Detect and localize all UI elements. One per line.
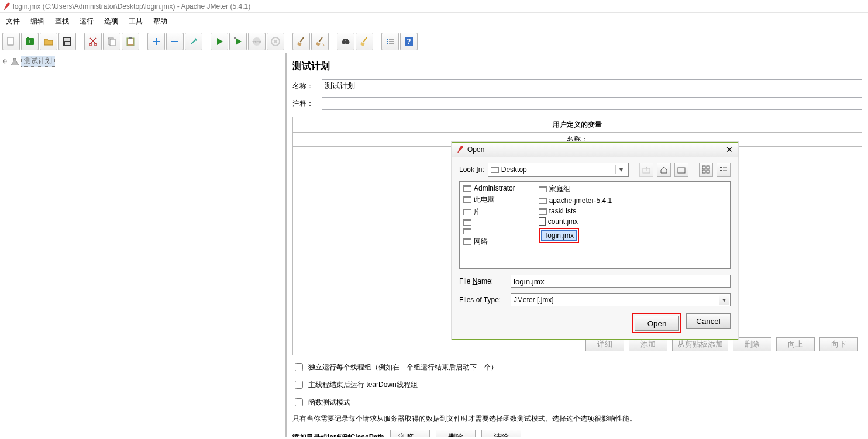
list-item[interactable] xyxy=(463,228,515,234)
folder-icon xyxy=(463,228,471,234)
dialog-open-button[interactable]: Open xyxy=(635,316,679,331)
run-noTimer-button[interactable] xyxy=(229,33,247,50)
binoculars-icon xyxy=(340,36,351,47)
collapse-button[interactable] xyxy=(166,33,184,50)
tree-root-row[interactable]: ⊕ 测试计划 xyxy=(2,56,283,67)
svg-rect-30 xyxy=(720,170,722,171)
lookin-drop-icon[interactable]: ▾ xyxy=(615,165,626,174)
broom2-icon xyxy=(315,36,325,47)
new-file-icon xyxy=(6,36,16,47)
filename-input[interactable] xyxy=(511,275,731,288)
run-button[interactable] xyxy=(211,33,228,50)
functional-hint: 只有当你需要记录每个请求从服务器取得的数据到文件时才需要选择函数测试模式。选择这… xyxy=(292,414,862,424)
file-list[interactable]: Administrator 此电脑 库 网络 家庭组 apache-jmeter… xyxy=(459,181,731,269)
menu-help[interactable]: 帮助 xyxy=(153,16,167,26)
help-icon: ? xyxy=(404,36,414,47)
svg-rect-28 xyxy=(707,170,709,173)
help-button[interactable]: ? xyxy=(400,33,418,50)
classpath-label: 添加目录或jar包到ClassPath xyxy=(292,433,384,438)
folder-icon xyxy=(463,209,471,215)
home-icon xyxy=(660,165,668,174)
open-button[interactable] xyxy=(40,33,57,50)
clear-button[interactable] xyxy=(292,33,310,50)
plus-icon xyxy=(151,36,161,47)
vars-up-button[interactable]: 向上 xyxy=(776,337,815,351)
menu-search[interactable]: 查找 xyxy=(55,16,69,26)
dialog-cancel-button[interactable]: Cancel xyxy=(686,313,731,329)
chk-independent[interactable] xyxy=(295,363,303,371)
svg-rect-0 xyxy=(8,37,13,45)
list-item[interactable]: 网络 xyxy=(463,237,515,247)
new-folder-button[interactable] xyxy=(674,163,688,177)
up-folder-button[interactable] xyxy=(639,163,653,177)
folder-icon xyxy=(539,198,547,204)
tree-pane: ⊕ 测试计划 xyxy=(0,53,287,437)
name-input[interactable] xyxy=(322,79,862,92)
tree-root-label[interactable]: 测试计划 xyxy=(21,56,55,67)
list-view-button[interactable] xyxy=(699,163,713,177)
list-item[interactable]: 家庭组 xyxy=(539,184,612,194)
filetype-combo[interactable]: JMeter [.jmx] ▾ xyxy=(511,293,731,306)
list-item[interactable]: count.jmx xyxy=(539,217,612,226)
menu-options[interactable]: 选项 xyxy=(104,16,118,26)
expand-button[interactable] xyxy=(147,33,165,50)
functions-button[interactable] xyxy=(381,33,399,50)
classpath-clear-button[interactable]: 清除 xyxy=(481,430,521,437)
svg-rect-10 xyxy=(110,39,115,46)
window-titlebar: login.jmx (C:\Users\Administrator\Deskto… xyxy=(0,0,868,13)
filetype-drop-icon[interactable]: ▾ xyxy=(719,295,729,305)
detail-icon xyxy=(719,165,728,174)
shutdown-button[interactable] xyxy=(267,33,284,50)
save-disk-icon xyxy=(62,36,73,47)
list-item[interactable]: taskLists xyxy=(539,207,612,215)
classpath-browse-button[interactable]: 浏览… xyxy=(390,430,430,437)
paste-button[interactable] xyxy=(122,33,139,50)
vars-down-button[interactable]: 向下 xyxy=(819,337,858,351)
reset-search-button[interactable] xyxy=(356,33,373,50)
vars-delete-button[interactable]: 删除 xyxy=(733,337,771,351)
menu-tools[interactable]: 工具 xyxy=(129,16,143,26)
menu-file[interactable]: 文件 xyxy=(6,16,20,26)
lookin-value: Desktop xyxy=(501,165,615,174)
classpath-delete-button[interactable]: 删除 xyxy=(436,430,476,437)
list-item[interactable]: Administrator xyxy=(463,184,515,192)
folder-icon xyxy=(539,186,547,192)
comment-input[interactable] xyxy=(322,97,862,110)
lookin-combo[interactable]: Desktop ▾ xyxy=(488,163,629,177)
tree-expand-icon[interactable]: ⊕ xyxy=(2,58,8,64)
cut-button[interactable] xyxy=(84,33,102,50)
chk-teardown-label: 主线程结束后运行 tearDown线程组 xyxy=(308,380,418,390)
list-icon xyxy=(385,36,395,47)
list-item[interactable]: 库 xyxy=(463,207,515,217)
search-button[interactable] xyxy=(337,33,354,50)
detail-view-button[interactable] xyxy=(717,163,731,177)
svg-text:STOP: STOP xyxy=(252,40,261,44)
toolbar: + STOP ? xyxy=(0,30,868,53)
new-button[interactable] xyxy=(2,33,20,50)
menu-run[interactable]: 运行 xyxy=(80,16,94,26)
folder-icon xyxy=(539,208,547,215)
chk-teardown[interactable] xyxy=(295,381,303,389)
list-item[interactable] xyxy=(463,219,515,226)
menu-edit[interactable]: 编辑 xyxy=(30,16,44,26)
svg-rect-26 xyxy=(707,166,709,169)
app-feather-icon xyxy=(4,2,11,11)
list-item[interactable]: 此电脑 xyxy=(463,195,515,205)
folder-icon xyxy=(463,185,471,192)
svg-rect-24 xyxy=(678,168,685,173)
templates-button[interactable]: + xyxy=(21,33,39,50)
save-button[interactable] xyxy=(58,33,76,50)
dialog-close-button[interactable]: ✕ xyxy=(726,145,733,154)
home-button[interactable] xyxy=(657,163,671,177)
list-item[interactable]: apache-jmeter-5.4.1 xyxy=(539,196,612,205)
svg-text:?: ? xyxy=(407,37,411,46)
svg-rect-12 xyxy=(128,39,133,44)
toggle-button[interactable] xyxy=(185,33,202,50)
chk-functional[interactable] xyxy=(295,398,303,406)
clear-all-button[interactable] xyxy=(311,33,329,50)
grid-icon xyxy=(702,165,710,174)
copy-button[interactable] xyxy=(103,33,120,50)
selected-file-item[interactable]: login.jmx xyxy=(541,230,577,241)
selected-file-label: login.jmx xyxy=(546,231,574,240)
stop-button[interactable]: STOP xyxy=(248,33,266,50)
